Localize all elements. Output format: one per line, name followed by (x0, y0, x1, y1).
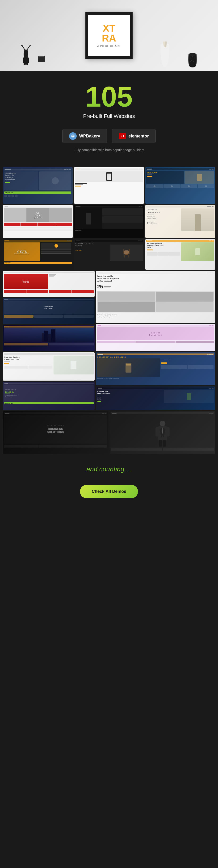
svg-line-4 (21, 45, 23, 46)
demo-thumb-solutions[interactable]: YOUR COMPANY BUSINESSSOLUTIONS (3, 411, 108, 454)
demo-thumb-special[interactable]: SpecialOccasions (96, 324, 215, 351)
count-label: Pre-built Full Websites (5, 113, 213, 119)
demo-thumb-construction-building[interactable]: CONSTRUCTION & BUILDING (96, 352, 215, 385)
svg-line-5 (23, 44, 23, 46)
svg-rect-14 (38, 56, 44, 57)
svg-rect-29 (121, 135, 122, 136)
svg-rect-12 (27, 62, 28, 65)
svg-rect-47 (163, 440, 166, 446)
elementor-label: elementor (129, 134, 149, 138)
svg-rect-35 (128, 255, 129, 257)
svg-line-8 (29, 44, 30, 46)
demo-thumb-improving[interactable]: Improving qualityof life with an integra… (96, 271, 215, 323)
demo-thumb-chair[interactable]: MINIMAL CHAIR DESIGN SHOP NOW (74, 239, 144, 270)
svg-rect-34 (124, 255, 125, 257)
svg-rect-36 (123, 249, 124, 254)
demo-thumb-construction1[interactable]: We create productsthat make client's lif… (145, 239, 215, 270)
dark-vase-decoration (186, 49, 199, 68)
svg-point-22 (192, 56, 193, 57)
stats-section: 105 Pre-built Full Websites WP WPBakery (0, 71, 218, 166)
hero-tagline: A PIECE OF ART (97, 44, 121, 48)
demo-thumb-man-suit[interactable] (110, 411, 215, 454)
demo-thumb-fashion[interactable] (74, 205, 144, 238)
logo-ra: RA (102, 33, 116, 43)
cta-section: Check All Demos (0, 478, 218, 513)
compat-text: Fully compatible with both popular page … (5, 148, 213, 152)
demo-thumb-agency[interactable]: The differencebetween theordinary &extra… (3, 167, 73, 204)
svg-rect-33 (125, 254, 128, 255)
svg-rect-16 (38, 59, 43, 59)
svg-rect-30 (121, 136, 122, 137)
svg-point-21 (190, 58, 191, 59)
counting-text: and counting ... (5, 465, 213, 473)
demo-thumb-product[interactable] (74, 167, 144, 204)
svg-rect-31 (123, 135, 124, 137)
demo-row-1: The differencebetween theordinary &extra… (3, 167, 215, 204)
svg-point-25 (193, 61, 194, 62)
demo-thumb-barber[interactable]: Gentlemen Comes Here What We DoQuality S… (145, 205, 215, 238)
demo-thumb-construction2[interactable] (3, 325, 95, 351)
wpbakery-badge: WP WPBakery (62, 129, 107, 143)
elementor-icon (119, 133, 126, 140)
svg-point-2 (24, 50, 28, 53)
svg-point-24 (191, 60, 192, 61)
svg-rect-15 (38, 58, 44, 58)
demo-row-2: WEMAKEQUALITY (3, 205, 215, 238)
elementor-badge: elementor (112, 129, 156, 143)
wpbakery-label: WPBakery (79, 134, 100, 138)
svg-rect-32 (123, 250, 129, 254)
demo-thumb-plumbing[interactable]: DIY Plumbing We Show Up Call the best, t… (3, 239, 73, 270)
svg-line-3 (23, 46, 25, 50)
svg-point-38 (160, 421, 165, 426)
demo-thumb-protect[interactable]: Protect YourOwn Business WHAT WE DO (96, 386, 215, 410)
demo-grid-container: The differencebetween theordinary &extra… (0, 166, 218, 456)
demo-row-5: Grow Your Business& Make More Profit (3, 352, 215, 410)
builders-row: WP WPBakery elementor (5, 129, 213, 143)
svg-rect-46 (159, 440, 162, 446)
svg-line-7 (30, 45, 31, 46)
svg-rect-37 (129, 249, 130, 254)
logo-xt: XT (103, 23, 115, 33)
check-all-demos-button[interactable]: Check All Demos (80, 485, 138, 498)
svg-rect-28 (121, 135, 122, 135)
svg-rect-11 (24, 62, 25, 65)
demo-thumb-raise[interactable]: RAISE YOUR Biz with Us Get More Informat… (3, 382, 95, 410)
demo-row-4: WE MAKEQUALITY (3, 271, 215, 351)
hero-section: XT RA A PIECE OF ART (0, 0, 218, 71)
svg-line-6 (27, 46, 30, 50)
demo-thumb-quality[interactable]: WE MAKEQUALITY (3, 271, 95, 297)
demo-row-6: YOUR COMPANY BUSINESSSOLUTIONS (3, 411, 215, 454)
counting-section: and counting ... (0, 456, 218, 478)
demo-thumb-business-blue[interactable]: BUSINESSSOLUTION (3, 298, 95, 324)
demo-thumb-grow[interactable]: Grow Your Business& Make More Profit (3, 352, 95, 380)
svg-text:WP: WP (71, 135, 75, 137)
svg-point-26 (190, 61, 191, 62)
demo-row-3: DIY Plumbing We Show Up Call the best, t… (3, 239, 215, 270)
box-decoration (37, 55, 46, 64)
svg-rect-45 (166, 427, 169, 436)
svg-point-23 (194, 58, 195, 59)
deer-decoration (19, 44, 33, 66)
demo-thumb-industrial[interactable]: INDUSTRIAL (145, 167, 215, 204)
demo-thumb-photography[interactable]: WEMAKEQUALITY (3, 205, 73, 238)
hero-logo-frame: XT RA A PIECE OF ART (85, 12, 133, 59)
svg-point-20 (188, 53, 196, 56)
svg-rect-44 (155, 427, 159, 436)
vase-decoration (159, 41, 171, 68)
protect-title: Protect YourOwn Business (97, 390, 163, 395)
count-number: 105 (5, 83, 213, 111)
wpbakery-icon: WP (69, 132, 77, 140)
